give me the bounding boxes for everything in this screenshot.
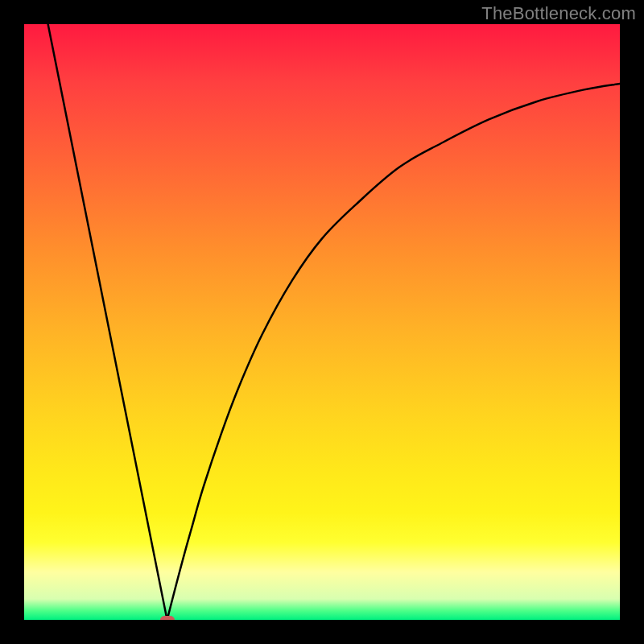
- plot-area: [24, 24, 620, 620]
- minimum-dot: [160, 616, 175, 620]
- chart-frame: TheBottleneck.com: [0, 0, 644, 644]
- curve-path: [48, 24, 620, 620]
- watermark-text: TheBottleneck.com: [481, 3, 636, 24]
- bottleneck-curve: [24, 24, 620, 620]
